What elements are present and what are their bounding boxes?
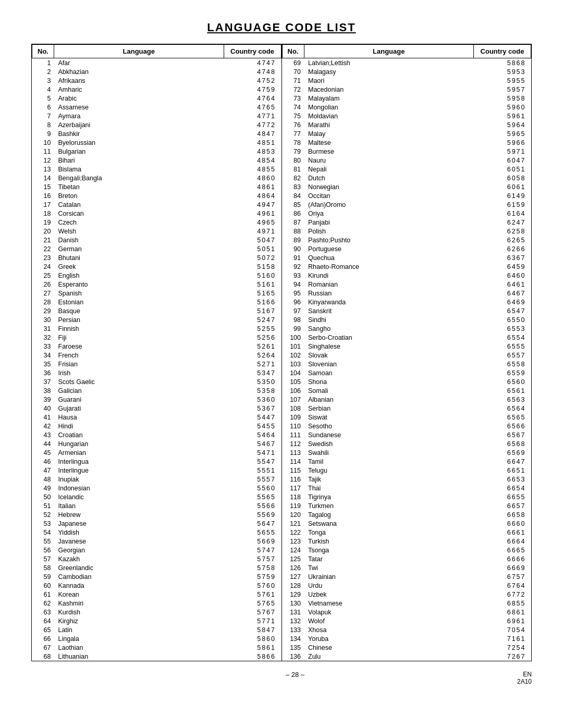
table-row: 91Quechua6367 [282,253,531,262]
row-number: 62 [32,599,54,608]
table-row: 94Romanian6461 [282,280,531,289]
row-number: 85 [282,200,304,209]
country-code: 5551 [224,466,281,475]
table-row: 68Lithuanian5866 [32,652,282,661]
row-number: 133 [282,625,304,634]
language-name: Xhosa [304,625,474,634]
table-row: 30Persian5247 [32,315,282,324]
country-code: 6658 [474,510,531,519]
country-code: 4759 [224,85,281,94]
table-row: 36Irish5347 [32,368,282,377]
table-row: 88Polish6258 [282,227,531,236]
language-name: Wolof [304,616,474,625]
language-name: Byelorussian [54,138,224,147]
country-code: 4772 [224,120,281,129]
country-code: 5957 [474,85,531,94]
row-number: 72 [282,85,304,94]
left-col-code: Country code [224,45,281,58]
table-row: 113Swahili6569 [282,448,531,457]
row-number: 118 [282,492,304,501]
country-code: 5566 [224,501,281,510]
country-code: 5860 [224,634,281,643]
language-name: Macedonian [304,85,474,94]
language-name: Tajik [304,475,474,484]
country-code: 5350 [224,377,281,386]
table-row: 58Greenlandic5758 [32,563,282,572]
table-row: 131Volapuk6861 [282,608,531,616]
row-number: 93 [282,271,304,280]
row-number: 109 [282,413,304,422]
table-row: 96Kinyarwanda6469 [282,298,531,306]
country-code: 4765 [224,103,281,112]
country-code: 5358 [224,386,281,395]
country-code: 5569 [224,510,281,519]
country-code: 5047 [224,236,281,244]
country-code: 6654 [474,484,531,492]
table-row: 92Rhaeto-Romance6459 [282,262,531,271]
table-row: 110Sesotho6566 [282,422,531,430]
table-row: 72Macedonian5957 [282,85,531,94]
row-number: 78 [282,138,304,147]
table-row: 23Bhutani5072 [32,253,282,262]
language-name: Scots Gaelic [54,377,224,386]
table-row: 52Hebrew5569 [32,510,282,519]
country-code: 6265 [474,236,531,244]
table-row: 85(Afan)Oromo6159 [282,200,531,209]
row-number: 76 [282,120,304,129]
language-name: Urdu [304,581,474,590]
table-row: 78Maltese5966 [282,138,531,147]
language-name: Shona [304,377,474,386]
country-code: 6550 [474,315,531,324]
country-code: 6961 [474,616,531,625]
language-name: Hindi [54,422,224,430]
table-row: 1Afar4747 [32,58,282,68]
table-row: 65Latin5847 [32,625,282,634]
language-name: Japanese [54,519,224,528]
table-row: 19Czech4965 [32,218,282,227]
row-number: 95 [282,289,304,298]
language-name: Mongolian [304,103,474,112]
row-number: 67 [32,643,54,652]
country-code: 6664 [474,537,531,546]
right-language-table: No. Language Country code 69Latvian;Lett… [282,44,532,661]
table-row: 83Norwegian6061 [282,182,531,191]
language-name: Latvian;Lettish [304,58,474,68]
language-name: Azerbaijani [54,120,224,129]
table-row: 5Arabic4764 [32,94,282,103]
table-row: 114Tamil6647 [282,457,531,466]
table-row: 37Scots Gaelic5350 [32,377,282,386]
country-code: 5771 [224,616,281,625]
country-code: 4861 [224,182,281,191]
country-code: 6666 [474,554,531,563]
row-number: 64 [32,616,54,625]
country-code: 6669 [474,563,531,572]
row-number: 28 [32,298,54,306]
language-name: Norwegian [304,182,474,191]
language-name: Moldavian [304,112,474,120]
country-code: 7161 [474,634,531,643]
country-code: 5347 [224,368,281,377]
language-name: Pashto;Pushto [304,236,474,244]
table-row: 32Fiji5256 [32,333,282,342]
row-number: 112 [282,439,304,448]
country-code: 5557 [224,475,281,484]
country-code: 4965 [224,218,281,227]
country-code: 6561 [474,386,531,395]
language-name: Oriya [304,209,474,218]
language-name: Yoruba [304,634,474,643]
country-code: 6757 [474,572,531,581]
country-code: 6772 [474,590,531,599]
country-code: 4971 [224,227,281,236]
language-name: Esperanto [54,280,224,289]
country-code: 6569 [474,448,531,457]
country-code: 6258 [474,227,531,236]
row-number: 48 [32,475,54,484]
table-row: 14Bengali;Bangla4860 [32,174,282,182]
row-number: 110 [282,422,304,430]
table-row: 76Marathi5964 [282,120,531,129]
country-code: 5747 [224,546,281,554]
footer-code: EN 2A10 [517,671,532,685]
language-name: Romanian [304,280,474,289]
table-row: 89Pashto;Pushto6265 [282,236,531,244]
row-number: 74 [282,103,304,112]
